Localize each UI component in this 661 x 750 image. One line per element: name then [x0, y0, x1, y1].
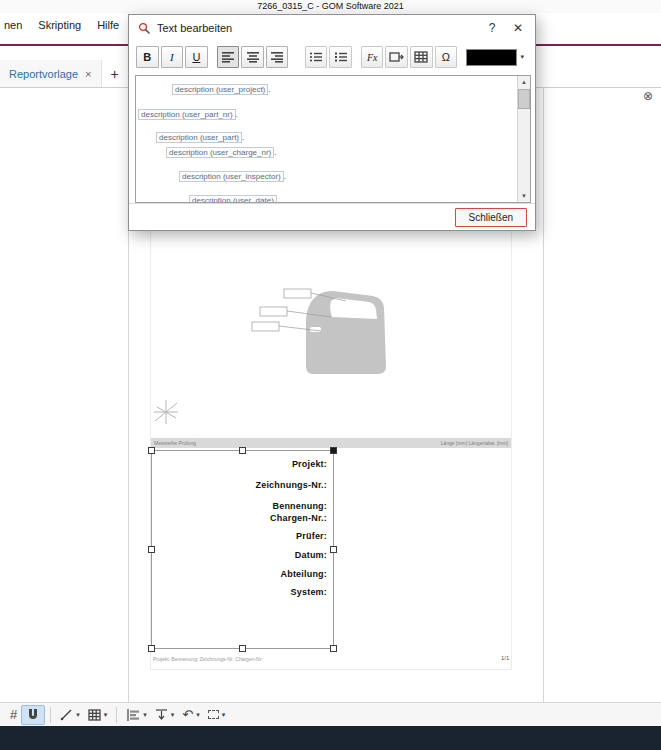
- scroll-down-icon[interactable]: ▼: [518, 190, 530, 202]
- scrollbar-thumb[interactable]: [518, 89, 530, 109]
- add-tab-button[interactable]: +: [102, 66, 128, 82]
- field-token[interactable]: description (user_charge_nr): [166, 147, 274, 158]
- tab-close-icon[interactable]: ×: [85, 68, 91, 80]
- grid-icon: #: [10, 708, 17, 721]
- bullet-list-button[interactable]: [305, 46, 328, 68]
- grid-toggle-button[interactable]: #: [6, 705, 21, 725]
- distribute-icon: [155, 708, 168, 721]
- undo-tool-button[interactable]: ↶ ▾: [178, 705, 203, 725]
- edit-line[interactable]: description (user_part).: [156, 132, 244, 143]
- status-bar: [0, 726, 661, 750]
- bottom-toolbar: # ▾ ▾ ▾: [0, 702, 661, 726]
- toolbar-separator: [116, 707, 117, 723]
- field-token[interactable]: description (user_inspector): [179, 171, 284, 182]
- insert-table-button[interactable]: [410, 46, 433, 68]
- chevron-down-icon[interactable]: ▾: [104, 711, 108, 719]
- legend-left-text: Messreihe Prüfung: [154, 440, 196, 446]
- canvas-right-edge: [543, 88, 544, 702]
- bold-button[interactable]: B: [136, 46, 159, 68]
- dialog-title: Text bearbeiten: [157, 22, 479, 34]
- selection-handle-bottom-right[interactable]: [330, 645, 337, 652]
- edit-line[interactable]: description (user_charge_nr).: [166, 147, 277, 158]
- chevron-down-icon[interactable]: ▾: [171, 711, 175, 719]
- menu-item-truncated[interactable]: nen: [0, 16, 30, 34]
- line-suffix: .: [236, 110, 238, 119]
- window-title: 7266_0315_C - GOM Software 2021: [257, 1, 404, 11]
- dialog-titlebar[interactable]: Text bearbeiten ? ✕: [129, 15, 535, 41]
- chevron-down-icon[interactable]: ▾: [222, 711, 226, 719]
- field-token[interactable]: description (user_date): [189, 195, 277, 203]
- text-edit-dialog: Text bearbeiten ? ✕ B I U: [128, 14, 536, 231]
- underline-button[interactable]: U: [185, 46, 208, 68]
- selection-handle-mid-left[interactable]: [148, 546, 155, 553]
- report-label-projekt: Projekt:: [292, 459, 327, 469]
- report-label-datum: Datum:: [295, 550, 327, 560]
- line-suffix: .: [277, 196, 279, 203]
- edit-line[interactable]: description (user_part_nr).: [138, 109, 238, 120]
- draw-line-tool-button[interactable]: ▾: [56, 705, 84, 725]
- selection-tool-button[interactable]: ▾: [204, 705, 230, 725]
- report-label-pruefer: Prüfer:: [296, 531, 327, 541]
- selection-handle-bottom-left[interactable]: [148, 645, 155, 652]
- vertical-scrollbar[interactable]: ▲ ▼: [517, 76, 530, 202]
- asterisk-mark-icon: [153, 399, 179, 425]
- insert-field-button[interactable]: [385, 46, 408, 68]
- scroll-up-icon[interactable]: ▲: [518, 76, 530, 88]
- selection-handle-bottom-center[interactable]: [239, 645, 246, 652]
- text-edit-area[interactable]: description (user_project). description …: [135, 75, 531, 203]
- page-footer-fields: Projekt: Bennenung: Zeichnungs-Nr: Charg…: [153, 656, 263, 662]
- legend-right-text: Länge [mm] Längenabw. [mm]: [441, 440, 508, 446]
- chevron-down-icon[interactable]: ▾: [143, 711, 147, 719]
- align-center-button[interactable]: [241, 46, 264, 68]
- text-color-swatch[interactable]: [466, 49, 516, 66]
- distribute-tool-button[interactable]: ▾: [151, 705, 179, 725]
- field-token[interactable]: description (user_part_nr): [138, 109, 236, 120]
- selection-marquee-icon: [208, 710, 219, 719]
- report-label-abteilung: Abteilung:: [281, 569, 328, 579]
- selection-handle-top-right[interactable]: [330, 447, 337, 454]
- field-token[interactable]: description (user_part): [156, 132, 242, 143]
- italic-button[interactable]: I: [161, 46, 184, 68]
- line-tool-icon: [60, 708, 73, 721]
- field-token[interactable]: description (user_project): [172, 84, 268, 95]
- table-icon: [414, 51, 428, 63]
- dialog-help-button[interactable]: ?: [479, 17, 505, 39]
- edit-line[interactable]: description (user_date).: [189, 195, 279, 203]
- align-right-icon: [270, 51, 284, 63]
- selected-textbox[interactable]: Projekt: Zeichnungs-Nr.: Bennenung: Char…: [151, 450, 334, 649]
- report-label-chargen: Chargen-Nr.:: [270, 513, 327, 523]
- align-objects-tool-button[interactable]: ▾: [122, 705, 151, 725]
- color-dropdown-caret-icon[interactable]: ▾: [517, 53, 529, 61]
- align-center-icon: [246, 51, 260, 63]
- menu-item-hilfe[interactable]: Hilfe: [89, 16, 127, 34]
- dialog-close-button[interactable]: ✕: [505, 17, 531, 39]
- window-titlebar: 7266_0315_C - GOM Software 2021: [0, 0, 661, 13]
- toolbar-separator: [50, 707, 51, 723]
- insert-symbol-button[interactable]: Ω: [435, 46, 458, 68]
- schliessen-button[interactable]: Schließen: [455, 208, 527, 227]
- magnifier-icon: [138, 22, 151, 35]
- table-tool-icon: [88, 709, 101, 721]
- edit-line[interactable]: description (user_project).: [172, 84, 271, 95]
- panel-close-icon[interactable]: ⊗: [643, 89, 653, 103]
- edit-line[interactable]: description (user_inspector).: [179, 171, 286, 182]
- bullet-list-icon: [309, 51, 323, 63]
- insert-table-tool-button[interactable]: ▾: [84, 705, 112, 725]
- selection-handle-top-left[interactable]: [148, 447, 155, 454]
- insert-function-button[interactable]: Fx: [361, 46, 384, 68]
- align-objects-icon: [126, 709, 140, 721]
- numbered-list-button[interactable]: [329, 46, 352, 68]
- snap-toggle-button[interactable]: [21, 705, 45, 725]
- align-left-button[interactable]: [217, 46, 240, 68]
- tab-reportvorlage[interactable]: Reportvorlage ×: [0, 60, 102, 87]
- align-left-icon: [221, 51, 235, 63]
- selection-handle-mid-right[interactable]: [330, 546, 337, 553]
- menu-item-skripting[interactable]: Skripting: [30, 16, 89, 34]
- selection-handle-top-center[interactable]: [239, 447, 246, 454]
- line-suffix: .: [274, 148, 276, 157]
- align-right-button[interactable]: [266, 46, 289, 68]
- chevron-down-icon[interactable]: ▾: [196, 711, 200, 719]
- chevron-down-icon[interactable]: ▾: [76, 711, 80, 719]
- undo-icon: ↶: [182, 708, 193, 721]
- page-number: 1/1: [501, 655, 509, 661]
